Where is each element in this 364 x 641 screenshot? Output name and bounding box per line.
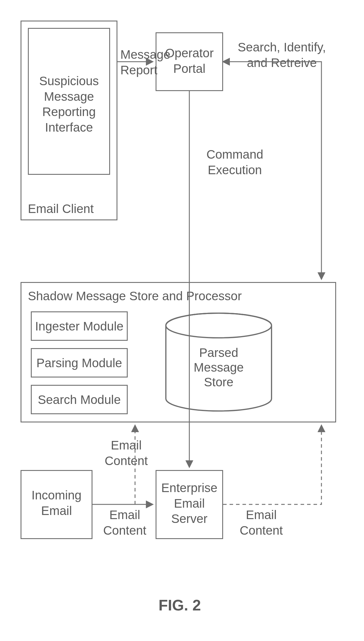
- command-execution-label: Command Execution: [201, 147, 269, 178]
- db-label-line2: Message: [175, 360, 263, 375]
- figure-caption: FIG. 2: [159, 596, 201, 614]
- email-content-label-3: Email Content: [232, 507, 291, 538]
- enterprise-server-label: Enterprise Email Server: [160, 480, 219, 527]
- email-content-label-1: Email Content: [95, 507, 154, 538]
- search-module-label: Search Module: [34, 392, 125, 408]
- email-client-label: Email Client: [28, 201, 110, 217]
- parsing-module-label: Parsing Module: [34, 355, 125, 371]
- incoming-email-label: Incoming Email: [25, 488, 88, 518]
- suspicious-interface-label: Suspicious Message Reporting Interface: [32, 73, 106, 135]
- email-content-label-2: Email Content: [101, 438, 151, 469]
- ingester-module-label: Ingester Module: [34, 319, 125, 334]
- message-report-label: Message Report: [120, 47, 154, 78]
- db-label-line1: Parsed: [175, 345, 263, 361]
- shadow-processor-title: Shadow Message Store and Processor: [28, 288, 292, 304]
- diagram-canvas: Email Client Suspicious Message Reportin…: [0, 0, 364, 641]
- search-identify-label: Search, Identify, and Retreive: [227, 40, 336, 71]
- db-label-line3: Store: [175, 375, 263, 390]
